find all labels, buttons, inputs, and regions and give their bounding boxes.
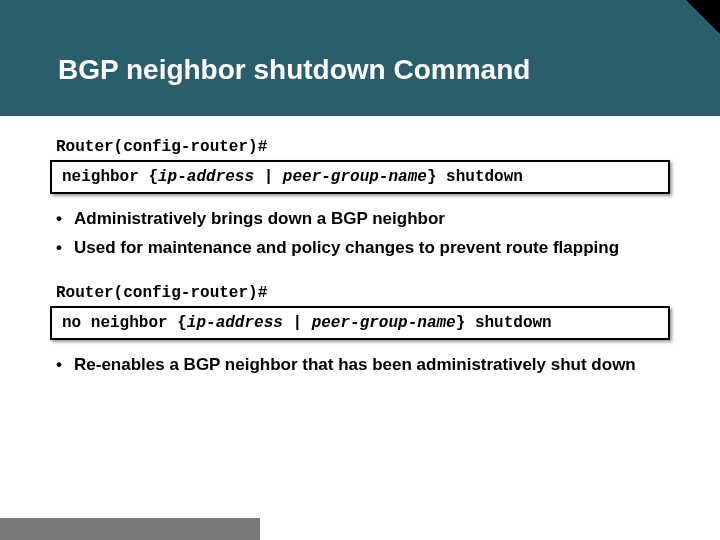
- list-item: Used for maintenance and policy changes …: [56, 237, 670, 260]
- cmd1-param-ip: ip-address: [158, 168, 254, 186]
- cmd2-sep: |: [283, 314, 312, 332]
- cmd2-param-ip: ip-address: [187, 314, 283, 332]
- cmd2-param-peer: peer-group-name: [312, 314, 456, 332]
- bullets-block1: Administratively brings down a BGP neigh…: [50, 208, 670, 260]
- slide-content: Router(config-router)# neighbor {ip-addr…: [50, 138, 670, 401]
- command-box-no-shutdown: no neighbor {ip-address | peer-group-nam…: [50, 306, 670, 340]
- cmd1-sep: |: [254, 168, 283, 186]
- router-prompt-1: Router(config-router)#: [50, 138, 670, 156]
- corner-notch: [686, 0, 720, 34]
- cmd1-prefix: neighbor {: [62, 168, 158, 186]
- cmd2-suffix: } shutdown: [456, 314, 552, 332]
- list-item: Re-enables a BGP neighbor that has been …: [56, 354, 670, 377]
- slide-title: BGP neighbor shutdown Command: [58, 54, 530, 86]
- router-prompt-2: Router(config-router)#: [50, 284, 670, 302]
- cmd1-param-peer: peer-group-name: [283, 168, 427, 186]
- footer-band: [0, 518, 260, 540]
- cmd1-suffix: } shutdown: [427, 168, 523, 186]
- list-item: Administratively brings down a BGP neigh…: [56, 208, 670, 231]
- bullets-block2: Re-enables a BGP neighbor that has been …: [50, 354, 670, 377]
- command-box-shutdown: neighbor {ip-address | peer-group-name} …: [50, 160, 670, 194]
- cmd2-prefix: no neighbor {: [62, 314, 187, 332]
